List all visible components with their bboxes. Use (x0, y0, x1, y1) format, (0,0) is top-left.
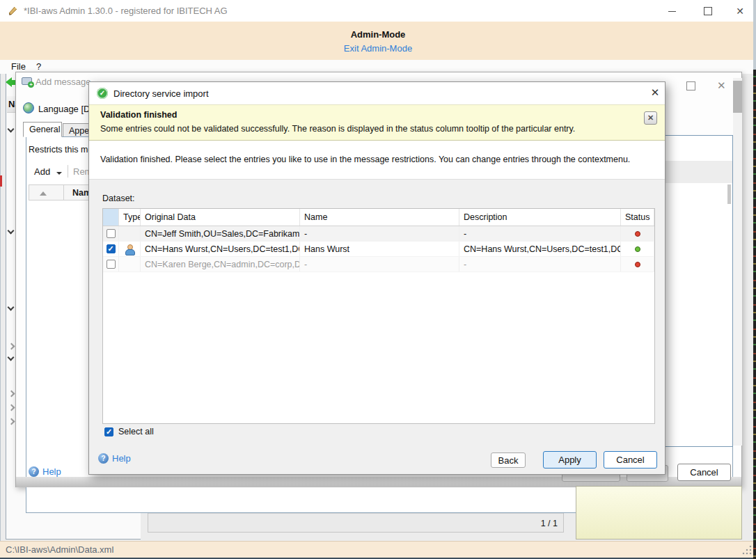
table-row[interactable]: CN=Karen Berge,CN=admin,DC=corp,DC... - … (103, 257, 654, 272)
app-icon (7, 5, 19, 17)
maximize-icon[interactable] (698, 4, 718, 18)
green-check-icon (97, 88, 108, 99)
type-cell (119, 226, 141, 241)
maximize-icon[interactable] (686, 81, 695, 90)
description-cell: CN=Hans Wurst,CN=Users,DC=test1,DC... (459, 242, 621, 256)
original-data-cell: CN=Hans Wurst,CN=Users,DC=test1,DC... (141, 242, 300, 256)
column-header-type[interactable]: Type (119, 209, 141, 226)
table-row[interactable]: CN=Hans Wurst,CN=Users,DC=test1,DC... Ha… (103, 242, 654, 257)
chevron-right-icon[interactable] (8, 418, 15, 425)
back-button[interactable]: Back (491, 452, 526, 468)
name-cell: Hans Wurst (300, 242, 459, 256)
name-cell: - (300, 257, 459, 271)
add-message-title: Add message (36, 77, 91, 87)
dialog-title: Directory service import (113, 88, 209, 99)
select-all-row[interactable]: Select all (104, 427, 154, 436)
help-icon (98, 453, 109, 464)
row-checkbox[interactable] (107, 229, 116, 238)
screen-right-edge (753, 0, 756, 559)
add-button[interactable]: Add (34, 166, 50, 177)
admin-mode-title: Admin-Mode (0, 29, 756, 40)
column-header-select[interactable] (103, 209, 119, 226)
chevron-down-icon[interactable] (8, 228, 15, 235)
chevron-down-icon[interactable] (8, 304, 15, 311)
validation-banner-title: Validation finished (100, 110, 177, 120)
chevron-right-icon[interactable] (8, 343, 15, 350)
dialog-help-link[interactable]: Help (98, 453, 131, 464)
column-header-description[interactable]: Description (459, 209, 621, 226)
chevron-down-icon[interactable] (8, 126, 15, 133)
pager-footer: 1 / 1 (148, 513, 563, 532)
main-titlebar: *IBI-aws Admin 1.30.0 - registered for I… (0, 0, 756, 22)
minimize-icon[interactable] (661, 4, 682, 18)
chevron-down-icon (56, 172, 62, 175)
column-divider (63, 185, 64, 200)
column-header-original-data[interactable]: Original Data (141, 209, 300, 226)
sort-arrow-icon (40, 191, 47, 196)
app-window: *IBI-aws Admin 1.30.0 - registered for I… (0, 0, 756, 559)
dialog-titlebar: Directory service import (89, 82, 665, 104)
help-icon (29, 466, 39, 477)
note-preview-panel (576, 486, 742, 540)
tab-general[interactable]: General (23, 122, 62, 137)
close-icon[interactable] (717, 79, 726, 92)
resize-grip[interactable] (742, 545, 752, 555)
toolbar-separator (68, 165, 68, 178)
type-cell (119, 257, 141, 271)
language-globe-icon (23, 102, 34, 113)
status-dot (635, 231, 640, 237)
select-all-label: Select all (118, 427, 154, 436)
table-header: Type Original Data Name Description Stat… (103, 209, 654, 226)
original-data-cell: CN=Karen Berge,CN=admin,DC=corp,DC... (141, 257, 300, 271)
original-data-cell: CN=Jeff Smith,OU=Sales,DC=Fabrikam,D... (141, 226, 300, 241)
select-all-checkbox[interactable] (104, 427, 113, 436)
statusbar: C:\IBI-aws\Admin\Data.xml (0, 541, 756, 558)
red-indicator (0, 175, 2, 187)
scrollbar[interactable] (733, 78, 742, 446)
dataset-label: Dataset: (102, 194, 135, 203)
column-header-status[interactable]: Status (621, 209, 654, 226)
apply-button[interactable]: Apply (543, 451, 597, 469)
validation-banner-message: Some entries could not be validated succ… (100, 124, 575, 134)
background-cancel-button[interactable]: Cancel (677, 464, 731, 481)
validation-banner: Validation finished Some entries could n… (89, 104, 665, 141)
admin-mode-banner: Admin-Mode Exit Admin-Mode (0, 22, 756, 60)
restricts-text: Restricts this me (29, 145, 93, 155)
exit-admin-mode-link[interactable]: Exit Admin-Mode (0, 43, 756, 54)
instruction-strip: Validation finished. Please select the e… (89, 141, 665, 180)
row-checkbox[interactable] (107, 244, 116, 253)
close-icon[interactable] (646, 86, 664, 102)
page-indicator: 1 / 1 (541, 519, 558, 528)
cancel-button[interactable]: Cancel (604, 451, 657, 469)
banner-dismiss-icon[interactable] (644, 111, 657, 125)
name-cell: - (300, 226, 459, 241)
add-message-icon (22, 77, 32, 85)
row-checkbox[interactable] (107, 260, 116, 269)
chevron-down-icon[interactable] (8, 354, 15, 361)
description-cell: - (459, 226, 621, 241)
status-dot (635, 262, 640, 267)
dataset-table: Type Original Data Name Description Stat… (102, 208, 655, 424)
status-dot (635, 246, 640, 252)
scrollbar-thumb[interactable] (733, 81, 742, 113)
help-label: Help (42, 466, 61, 477)
instruction-text: Validation finished. Please select the e… (100, 155, 630, 164)
menu-file[interactable]: File (11, 61, 26, 72)
help-label: Help (112, 453, 131, 464)
table-row[interactable]: CN=Jeff Smith,OU=Sales,DC=Fabrikam,D... … (103, 226, 654, 242)
scrollbar-thumb[interactable] (727, 184, 731, 204)
close-icon[interactable] (730, 4, 750, 18)
person-icon (125, 244, 134, 254)
directory-service-import-dialog: Directory service import Validation fini… (88, 81, 666, 475)
background-help-link[interactable]: Help (29, 466, 61, 477)
column-header-name[interactable]: Name (300, 209, 459, 226)
chevron-right-icon[interactable] (8, 391, 15, 397)
description-cell: - (459, 257, 621, 271)
window-title: *IBI-aws Admin 1.30.0 - registered for I… (24, 6, 228, 16)
chevron-right-icon[interactable] (8, 404, 15, 411)
data-file-path: C:\IBI-aws\Admin\Data.xml (6, 544, 113, 555)
menu-help[interactable]: ? (36, 61, 41, 72)
